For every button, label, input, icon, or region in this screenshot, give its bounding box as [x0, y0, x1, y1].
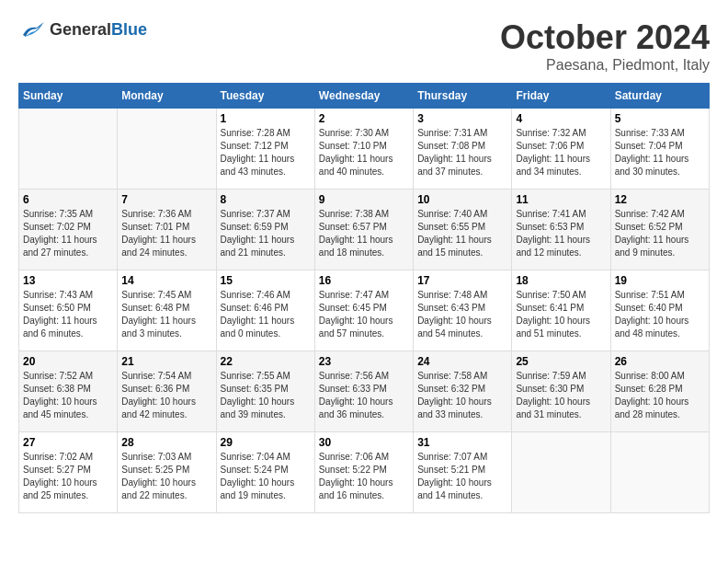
calendar-cell: 14Sunrise: 7:45 AMSunset: 6:48 PMDayligh…: [118, 270, 216, 351]
day-info: Sunrise: 7:32 AMSunset: 7:06 PMDaylight:…: [516, 127, 606, 178]
calendar-cell: 6Sunrise: 7:35 AMSunset: 7:02 PMDaylight…: [19, 190, 118, 270]
day-info: Sunrise: 7:02 AMSunset: 5:27 PMDaylight:…: [23, 451, 113, 502]
day-number: 7: [121, 193, 211, 206]
day-info: Sunrise: 7:31 AMSunset: 7:08 PMDaylight:…: [417, 127, 507, 178]
calendar-cell: 28Sunrise: 7:03 AMSunset: 5:25 PMDayligh…: [118, 432, 216, 513]
day-number: 17: [417, 274, 507, 287]
day-info: Sunrise: 7:43 AMSunset: 6:50 PMDaylight:…: [23, 289, 113, 340]
calendar-cell: 27Sunrise: 7:02 AMSunset: 5:27 PMDayligh…: [19, 432, 118, 513]
weekday-header: Thursday: [414, 84, 512, 109]
day-number: 29: [221, 436, 311, 449]
day-number: 3: [417, 112, 507, 125]
day-info: Sunrise: 7:48 AMSunset: 6:43 PMDaylight:…: [417, 289, 507, 340]
day-number: 25: [516, 355, 606, 368]
day-number: 16: [319, 274, 409, 287]
calendar-cell: 26Sunrise: 8:00 AMSunset: 6:28 PMDayligh…: [610, 351, 709, 432]
calendar-cell: 16Sunrise: 7:47 AMSunset: 6:45 PMDayligh…: [314, 270, 413, 351]
weekday-header: Friday: [512, 84, 610, 109]
calendar-cell: 23Sunrise: 7:56 AMSunset: 6:33 PMDayligh…: [314, 351, 413, 432]
day-number: 21: [121, 355, 211, 368]
day-info: Sunrise: 7:41 AMSunset: 6:53 PMDaylight:…: [516, 208, 606, 259]
calendar-cell: [19, 109, 118, 190]
day-number: 8: [221, 193, 311, 206]
day-info: Sunrise: 7:56 AMSunset: 6:33 PMDaylight:…: [319, 370, 409, 421]
day-number: 5: [615, 112, 705, 125]
calendar-cell: 20Sunrise: 7:52 AMSunset: 6:38 PMDayligh…: [19, 351, 118, 432]
calendar-cell: 18Sunrise: 7:50 AMSunset: 6:41 PMDayligh…: [512, 270, 610, 351]
weekday-header: Tuesday: [216, 84, 314, 109]
day-info: Sunrise: 7:06 AMSunset: 5:22 PMDaylight:…: [319, 451, 409, 502]
day-info: Sunrise: 7:38 AMSunset: 6:57 PMDaylight:…: [319, 208, 409, 259]
day-number: 26: [615, 355, 705, 368]
day-number: 22: [221, 355, 311, 368]
day-info: Sunrise: 7:07 AMSunset: 5:21 PMDaylight:…: [417, 451, 507, 502]
calendar-cell: 30Sunrise: 7:06 AMSunset: 5:22 PMDayligh…: [314, 432, 413, 513]
day-number: 19: [615, 274, 705, 287]
calendar-cell: 31Sunrise: 7:07 AMSunset: 5:21 PMDayligh…: [414, 432, 512, 513]
day-info: Sunrise: 7:50 AMSunset: 6:41 PMDaylight:…: [516, 289, 606, 340]
calendar-cell: 25Sunrise: 7:59 AMSunset: 6:30 PMDayligh…: [512, 351, 610, 432]
calendar-cell: 24Sunrise: 7:58 AMSunset: 6:32 PMDayligh…: [414, 351, 512, 432]
calendar-cell: [610, 432, 709, 513]
day-info: Sunrise: 7:40 AMSunset: 6:55 PMDaylight:…: [417, 208, 507, 259]
day-info: Sunrise: 7:28 AMSunset: 7:12 PMDaylight:…: [221, 127, 311, 178]
calendar-cell: 13Sunrise: 7:43 AMSunset: 6:50 PMDayligh…: [19, 270, 118, 351]
calendar-week-row: 27Sunrise: 7:02 AMSunset: 5:27 PMDayligh…: [19, 432, 710, 513]
weekday-header: Monday: [118, 84, 216, 109]
day-info: Sunrise: 7:04 AMSunset: 5:24 PMDaylight:…: [221, 451, 311, 502]
day-number: 30: [319, 436, 409, 449]
calendar-week-row: 20Sunrise: 7:52 AMSunset: 6:38 PMDayligh…: [19, 351, 710, 432]
calendar-cell: 2Sunrise: 7:30 AMSunset: 7:10 PMDaylight…: [314, 109, 413, 190]
calendar-cell: 29Sunrise: 7:04 AMSunset: 5:24 PMDayligh…: [216, 432, 314, 513]
day-info: Sunrise: 7:42 AMSunset: 6:52 PMDaylight:…: [615, 208, 705, 259]
day-info: Sunrise: 7:51 AMSunset: 6:40 PMDaylight:…: [615, 289, 705, 340]
calendar-cell: [118, 109, 216, 190]
logo-general-text: General: [50, 20, 111, 39]
weekday-header: Wednesday: [314, 84, 413, 109]
logo: GeneralBlue: [18, 18, 147, 41]
calendar-cell: 15Sunrise: 7:46 AMSunset: 6:46 PMDayligh…: [216, 270, 314, 351]
calendar-table: SundayMondayTuesdayWednesdayThursdayFrid…: [18, 83, 710, 513]
day-info: Sunrise: 7:30 AMSunset: 7:10 PMDaylight:…: [319, 127, 409, 178]
day-info: Sunrise: 8:00 AMSunset: 6:28 PMDaylight:…: [615, 370, 705, 421]
day-number: 6: [23, 193, 113, 206]
weekday-header-row: SundayMondayTuesdayWednesdayThursdayFrid…: [19, 84, 710, 109]
day-info: Sunrise: 7:59 AMSunset: 6:30 PMDaylight:…: [516, 370, 606, 421]
day-info: Sunrise: 7:37 AMSunset: 6:59 PMDaylight:…: [221, 208, 311, 259]
calendar-cell: 1Sunrise: 7:28 AMSunset: 7:12 PMDaylight…: [216, 109, 314, 190]
month-title: October 2024: [500, 18, 710, 57]
day-info: Sunrise: 7:52 AMSunset: 6:38 PMDaylight:…: [23, 370, 113, 421]
day-info: Sunrise: 7:54 AMSunset: 6:36 PMDaylight:…: [121, 370, 211, 421]
calendar-week-row: 6Sunrise: 7:35 AMSunset: 7:02 PMDaylight…: [19, 190, 710, 270]
day-number: 4: [516, 112, 606, 125]
day-info: Sunrise: 7:36 AMSunset: 7:01 PMDaylight:…: [121, 208, 211, 259]
calendar-cell: 7Sunrise: 7:36 AMSunset: 7:01 PMDaylight…: [118, 190, 216, 270]
logo-icon: [18, 18, 46, 41]
day-number: 1: [221, 112, 311, 125]
calendar-cell: 21Sunrise: 7:54 AMSunset: 6:36 PMDayligh…: [118, 351, 216, 432]
day-number: 18: [516, 274, 606, 287]
calendar-cell: 22Sunrise: 7:55 AMSunset: 6:35 PMDayligh…: [216, 351, 314, 432]
day-info: Sunrise: 7:35 AMSunset: 7:02 PMDaylight:…: [23, 208, 113, 259]
day-number: 13: [23, 274, 113, 287]
day-info: Sunrise: 7:33 AMSunset: 7:04 PMDaylight:…: [615, 127, 705, 178]
calendar-cell: [512, 432, 610, 513]
logo-blue-text: Blue: [111, 20, 147, 39]
calendar-cell: 8Sunrise: 7:37 AMSunset: 6:59 PMDaylight…: [216, 190, 314, 270]
calendar-cell: 17Sunrise: 7:48 AMSunset: 6:43 PMDayligh…: [414, 270, 512, 351]
calendar-cell: 10Sunrise: 7:40 AMSunset: 6:55 PMDayligh…: [414, 190, 512, 270]
calendar-cell: 12Sunrise: 7:42 AMSunset: 6:52 PMDayligh…: [610, 190, 709, 270]
day-number: 28: [121, 436, 211, 449]
day-number: 12: [615, 193, 705, 206]
calendar-cell: 3Sunrise: 7:31 AMSunset: 7:08 PMDaylight…: [414, 109, 512, 190]
day-info: Sunrise: 7:45 AMSunset: 6:48 PMDaylight:…: [121, 289, 211, 340]
day-number: 20: [23, 355, 113, 368]
day-info: Sunrise: 7:55 AMSunset: 6:35 PMDaylight:…: [221, 370, 311, 421]
calendar-week-row: 13Sunrise: 7:43 AMSunset: 6:50 PMDayligh…: [19, 270, 710, 351]
weekday-header: Sunday: [19, 84, 118, 109]
title-block: October 2024 Paesana, Piedmont, Italy: [500, 18, 710, 74]
day-number: 9: [319, 193, 409, 206]
calendar-cell: 5Sunrise: 7:33 AMSunset: 7:04 PMDaylight…: [610, 109, 709, 190]
day-number: 10: [417, 193, 507, 206]
day-number: 23: [319, 355, 409, 368]
